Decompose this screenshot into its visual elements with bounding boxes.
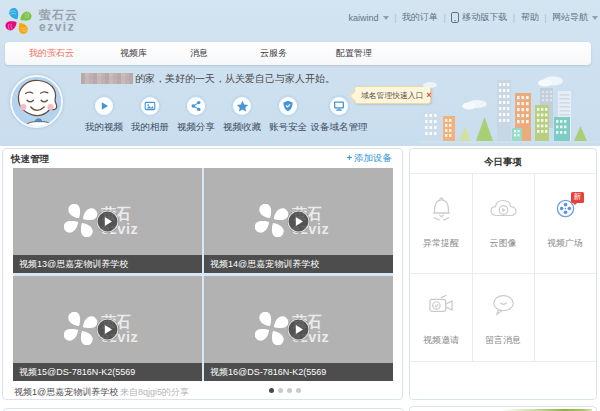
ezviz-logo[interactable]: 萤石云 ezviz — [5, 6, 78, 35]
grid-divider — [534, 174, 535, 361]
shared-video-source: 来自8qjgi5的分享 — [120, 386, 189, 399]
shield-icon — [279, 97, 297, 115]
bottom-right-box — [409, 406, 597, 411]
separator: | — [544, 13, 546, 23]
separator: | — [394, 13, 396, 23]
nav-messages[interactable]: 消息 — [190, 42, 208, 65]
share-icon — [187, 97, 205, 115]
quick-link-label: 账号安全 — [259, 121, 317, 134]
bell-icon — [410, 195, 472, 221]
today-item-message-bubble[interactable]: 留言消息 — [472, 292, 534, 347]
video-card[interactable]: 萤石ezviz视频15@DS-7816N-K2(5569 — [13, 276, 202, 381]
video-card[interactable]: 萤石ezviz视频13@思嘉宠物训养学校 — [13, 168, 202, 273]
username-menu[interactable]: kaiwind — [349, 13, 389, 23]
quick-manage-title: 快速管理 — [11, 153, 49, 166]
today-item-label: 视频邀请 — [410, 334, 472, 347]
censored-username — [81, 73, 133, 84]
phone-icon — [451, 12, 459, 23]
cloud-play-icon — [472, 195, 534, 221]
top-utility-menu: kaiwind | 我的订单 | 移动版下载 | 帮助 | 网站导航 — [349, 11, 598, 24]
video-card[interactable]: 萤石ezviz视频14@思嘉宠物训养学校 — [204, 168, 393, 273]
grid-divider — [410, 361, 596, 362]
video-grid: 萤石ezviz视频13@思嘉宠物训养学校萤石ezviz视频14@思嘉宠物训养学校… — [13, 168, 393, 381]
today-panel: 今日事项 异常提醒云图像视频广场新视频邀请留言消息 — [409, 148, 597, 400]
play-button-icon[interactable] — [287, 210, 310, 233]
today-item-label: 云图像 — [472, 237, 534, 250]
video-thumbnail[interactable]: 萤石ezviz — [204, 276, 393, 363]
video-thumbnail[interactable]: 萤石ezviz — [204, 168, 393, 255]
nav-config[interactable]: 配置管理 — [336, 42, 372, 65]
brand-name-cn: 萤石云 — [39, 9, 78, 21]
today-item-cloud-play[interactable]: 云图像 — [472, 195, 534, 250]
message-bubble-icon — [472, 292, 534, 318]
city-illustration — [420, 62, 600, 146]
pager-dot[interactable] — [269, 388, 274, 393]
mobile-download-label: 移动版下载 — [462, 11, 507, 24]
ezviz-flower-icon — [5, 6, 32, 35]
play-icon — [95, 97, 113, 115]
help-link[interactable]: 帮助 — [521, 11, 539, 24]
welcome-message: 的家，美好的一天，从关爱自己与家人开始。 — [81, 72, 335, 85]
video-caption: 视频15@DS-7816N-K2(5569 — [13, 363, 202, 381]
add-device-button[interactable]: +添加设备 — [346, 152, 392, 165]
chevron-down-icon — [383, 16, 389, 20]
today-item-label: 异常提醒 — [410, 237, 472, 250]
video-thumbnail[interactable]: 萤石ezviz — [13, 168, 202, 255]
nav-video-library[interactable]: 视频库 — [120, 42, 147, 65]
shared-video-row: 视频1@思嘉宠物训养学校 来自8qjgi5的分享 — [3, 381, 402, 399]
pager-dots — [269, 388, 305, 393]
grid-divider — [410, 273, 596, 274]
quick-link-label: 设备域名管理 — [310, 121, 368, 134]
pager-dot[interactable] — [287, 388, 292, 393]
mobile-download-link[interactable]: 移动版下载 — [451, 11, 507, 24]
film-reel-icon — [534, 195, 596, 221]
monitor-icon — [330, 97, 348, 115]
site-nav-menu[interactable]: 网站导航 — [552, 11, 598, 24]
new-badge: 新 — [571, 192, 584, 203]
separator: | — [513, 13, 515, 23]
shared-video-name[interactable]: 视频1@思嘉宠物训养学校 — [14, 386, 118, 399]
video-card[interactable]: 萤石ezviz视频16@DS-7816N-K2(5569 — [204, 276, 393, 381]
video-thumbnail[interactable]: 萤石ezviz — [13, 276, 202, 363]
pager-dot[interactable] — [296, 388, 301, 393]
separator: | — [443, 13, 445, 23]
play-button-icon[interactable] — [96, 318, 119, 341]
star-icon — [233, 97, 251, 115]
plus-icon: + — [346, 152, 352, 163]
quick-link-shield[interactable]: 账号安全 — [259, 97, 317, 134]
avatar[interactable] — [10, 75, 63, 128]
today-grid: 异常提醒云图像视频广场新视频邀请留言消息 — [410, 149, 596, 361]
site-nav-label: 网站导航 — [552, 11, 588, 24]
grid-divider — [472, 174, 473, 361]
today-item-bell[interactable]: 异常提醒 — [410, 195, 472, 250]
add-device-label: 添加设备 — [354, 152, 392, 163]
play-button-icon[interactable] — [96, 210, 119, 233]
my-orders-link[interactable]: 我的订单 — [402, 11, 438, 24]
nav-my-ezviz[interactable]: 我的萤石云 — [29, 42, 74, 65]
video-caption: 视频13@思嘉宠物训养学校 — [13, 255, 202, 273]
welcome-text: 的家，美好的一天，从关爱自己与家人开始。 — [135, 72, 335, 86]
brand-name-en: ezviz — [39, 21, 78, 33]
video-caption: 视频16@DS-7816N-K2(5569 — [204, 363, 393, 381]
today-item-video-camera[interactable]: 视频邀请 — [410, 292, 472, 347]
today-item-label: 视频广场 — [534, 237, 596, 250]
pager-dot[interactable] — [278, 388, 283, 393]
video-caption: 视频14@思嘉宠物训养学校 — [204, 255, 393, 273]
nav-cloud-services[interactable]: 云服务 — [260, 42, 287, 65]
quick-manage-panel: 快速管理 +添加设备 萤石ezviz视频13@思嘉宠物训养学校萤石ezviz视频… — [2, 148, 403, 400]
today-item-film-reel[interactable]: 视频广场 — [534, 195, 596, 250]
username-label: kaiwind — [349, 13, 379, 23]
play-button-icon[interactable] — [287, 318, 310, 341]
tooltip-text: 域名管理快速入口 — [361, 90, 423, 101]
today-item-label: 留言消息 — [472, 334, 534, 347]
album-icon — [141, 97, 159, 115]
chevron-down-icon — [592, 16, 598, 20]
video-camera-icon — [410, 292, 472, 318]
